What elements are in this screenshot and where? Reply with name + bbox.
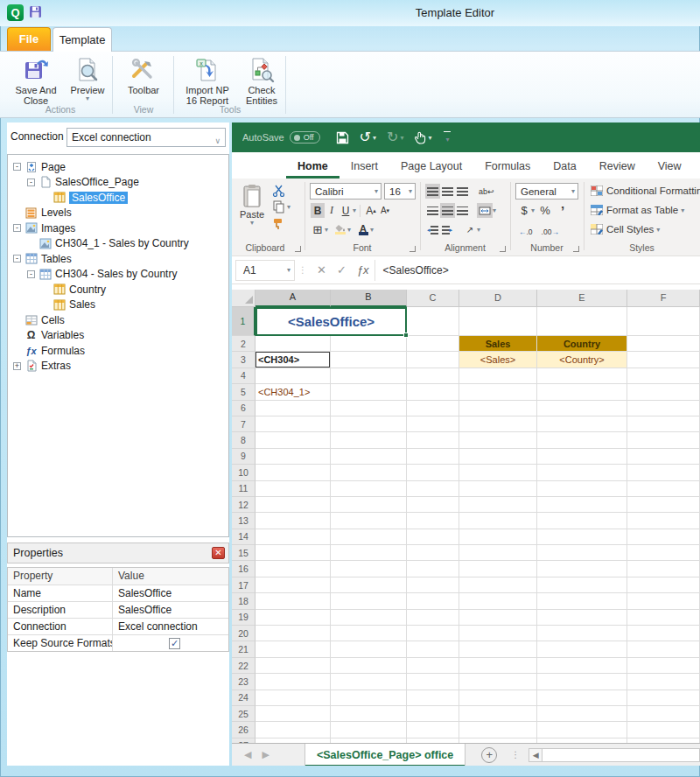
row-header-21[interactable]: 21 — [232, 641, 256, 657]
cell-c9[interactable] — [407, 449, 459, 465]
font-color-button[interactable]: A — [356, 222, 370, 237]
tree-item-ch304-1-sales-by-country[interactable]: CH304_1 - Sales by Country — [8, 236, 228, 252]
italic-button[interactable]: I — [325, 203, 339, 218]
cell-e18[interactable] — [537, 593, 627, 609]
checkbox-checked-icon[interactable]: ✓ — [169, 638, 180, 649]
cell-d4[interactable] — [459, 368, 537, 384]
collapse-icon[interactable]: - — [13, 255, 21, 262]
column-header-c[interactable]: C — [407, 290, 459, 307]
fill-handle[interactable] — [403, 332, 409, 338]
cell-a14[interactable] — [256, 529, 331, 545]
cell-a11[interactable] — [256, 481, 331, 497]
file-tab[interactable]: File — [7, 27, 51, 51]
cell-b21[interactable] — [331, 641, 407, 657]
cell-a4[interactable] — [256, 368, 331, 384]
cell-a23[interactable] — [256, 674, 331, 690]
cell-e13[interactable] — [537, 513, 627, 528]
touch-mode-button[interactable]: ▾ — [414, 131, 431, 144]
cut-button[interactable] — [272, 185, 285, 197]
cell-f14[interactable] — [627, 529, 700, 545]
cell-b19[interactable] — [331, 610, 407, 626]
save-and-close-button[interactable]: Save And Close — [9, 55, 63, 106]
cell-d8[interactable] — [459, 432, 537, 448]
cell-c22[interactable] — [407, 658, 459, 674]
collapse-icon[interactable]: - — [27, 270, 35, 278]
redo-button[interactable]: ↻▾ — [387, 130, 403, 144]
collapse-icon[interactable]: - — [13, 163, 21, 171]
cell-b17[interactable] — [331, 578, 407, 593]
cell-b18[interactable] — [331, 593, 407, 609]
cell-e21[interactable] — [537, 641, 627, 657]
cell-a15[interactable] — [256, 545, 331, 561]
row-header-7[interactable]: 7 — [232, 416, 256, 432]
cell-styles-button[interactable]: Cell Styles ▾ — [591, 224, 660, 234]
cell-f18[interactable] — [627, 593, 700, 609]
row-header-5[interactable]: 5 — [232, 384, 256, 400]
cell-d20[interactable] — [459, 626, 537, 641]
cell-e26[interactable] — [537, 722, 627, 738]
cell-d12[interactable] — [459, 497, 537, 513]
cell-d11[interactable] — [459, 481, 537, 497]
cell-f16[interactable] — [627, 561, 700, 577]
cell-e1[interactable] — [537, 307, 627, 336]
excel-tab-view[interactable]: View — [647, 155, 693, 178]
tree-item-country[interactable]: Country — [8, 282, 228, 298]
cell-f1[interactable] — [627, 307, 700, 336]
property-value[interactable]: SalesOffice — [113, 602, 228, 618]
cell-c2[interactable] — [407, 336, 459, 352]
tree-item-levels[interactable]: Levels — [8, 206, 228, 221]
cell-a18[interactable] — [256, 593, 331, 609]
row-header-11[interactable]: 11 — [232, 481, 256, 497]
cell-f19[interactable] — [627, 610, 700, 626]
cell-e14[interactable] — [537, 529, 627, 545]
cell-f2[interactable] — [627, 336, 700, 352]
cell-c23[interactable] — [407, 674, 459, 690]
cell-d17[interactable] — [459, 578, 537, 593]
insert-function-icon[interactable]: ƒx — [352, 263, 374, 276]
connection-select[interactable]: Excel connection ∨ — [66, 128, 226, 147]
scroll-left-icon[interactable]: ◀ — [528, 748, 542, 762]
new-sheet-button[interactable]: + — [481, 747, 497, 763]
cell-c26[interactable] — [407, 722, 459, 738]
save-icon[interactable] — [336, 131, 349, 144]
bold-button[interactable]: B — [311, 203, 325, 218]
excel-tab-formulas[interactable]: Formulas — [473, 155, 542, 178]
cell-c5[interactable] — [407, 384, 459, 400]
increase-decimal-button[interactable]: ←.0 — [517, 224, 535, 239]
cell-b16[interactable] — [331, 561, 407, 577]
cell-e6[interactable] — [537, 401, 627, 416]
decrease-indent-button[interactable]: ◂ — [425, 222, 440, 237]
row-header-2[interactable]: 2 — [232, 336, 256, 352]
cell-c1[interactable] — [407, 307, 459, 336]
cell-c19[interactable] — [407, 610, 459, 626]
cell-e16[interactable] — [537, 561, 627, 577]
wrap-text-button[interactable]: ab↩ — [477, 184, 496, 199]
cell-c15[interactable] — [407, 545, 459, 561]
scrollbar-track[interactable] — [542, 748, 700, 762]
percent-style-button[interactable]: % — [538, 203, 552, 218]
font-size-combo[interactable]: 16 ▾ — [384, 183, 416, 200]
cell-b22[interactable] — [331, 658, 407, 674]
align-right-button[interactable] — [455, 203, 470, 218]
cell-d13[interactable] — [459, 513, 537, 528]
check-entities-button[interactable]: Check Entities — [238, 55, 285, 106]
cell-c3[interactable] — [407, 352, 459, 368]
row-header-9[interactable]: 9 — [232, 449, 256, 465]
cell-e15[interactable] — [537, 545, 627, 561]
number-format-combo[interactable]: General ▾ — [515, 183, 578, 200]
cell-c14[interactable] — [407, 529, 459, 545]
cell-f8[interactable] — [627, 432, 700, 448]
next-sheet-icon[interactable]: ▶ — [262, 749, 269, 760]
alignment-dialog-launcher-icon[interactable] — [500, 246, 506, 252]
formula-bar-grip[interactable]: ⋮ — [298, 265, 308, 275]
cell-f15[interactable] — [627, 545, 700, 561]
cell-a10[interactable] — [256, 465, 331, 480]
column-header-b[interactable]: B — [331, 290, 407, 307]
bottom-align-button[interactable] — [455, 184, 470, 199]
cell-e7[interactable] — [537, 416, 627, 432]
cell-f5[interactable] — [627, 384, 700, 400]
cell-e10[interactable] — [537, 465, 627, 480]
cell-b26[interactable] — [331, 722, 407, 738]
cell-e4[interactable] — [537, 368, 627, 384]
name-box[interactable]: A1 ▾ — [235, 260, 295, 281]
